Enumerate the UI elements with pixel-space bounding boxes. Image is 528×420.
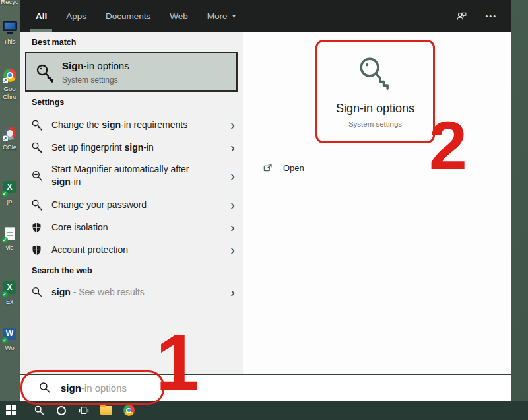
tab-web[interactable]: Web	[164, 0, 193, 32]
preview-subtitle: System settings	[315, 120, 435, 128]
task-view-icon	[78, 405, 90, 417]
desktop-icon-word-wo[interactable]: W ✓ Wo	[0, 328, 19, 352]
search-icon	[34, 405, 45, 416]
windows-logo-icon	[6, 405, 16, 416]
windows-desktop: Recyc This ↗ Goo Chro ↗ CCle X ✓ jo ✓ vi…	[0, 0, 528, 420]
document-file-icon: ✓	[3, 227, 17, 242]
desktop-icon-label: Wo	[0, 344, 19, 352]
search-icon	[38, 381, 51, 397]
chevron-right-icon[interactable]: ›	[230, 169, 235, 182]
settings-item-label: Start Magnifier automatically after sign…	[51, 163, 209, 188]
sync-check-icon: ✓	[2, 337, 8, 343]
shield-icon	[31, 222, 46, 233]
chevron-right-icon[interactable]: ›	[230, 198, 235, 211]
key-icon	[31, 141, 46, 154]
settings-item-sign-in-requirements[interactable]: Change the sign-in requirements ›	[20, 114, 243, 136]
desktop-icon-label: vic	[0, 244, 19, 252]
desktop-icon-label: CCle	[0, 143, 19, 151]
settings-item-core-isolation[interactable]: Core isolation ›	[20, 216, 243, 238]
tab-all[interactable]: All	[30, 0, 52, 32]
desktop-icon-label: This	[0, 38, 19, 46]
desktop-icon-label: jo	[0, 197, 19, 205]
shortcut-arrow-icon: ↗	[3, 78, 8, 83]
file-explorer-button[interactable]	[95, 401, 117, 420]
sync-check-icon: ✓	[2, 237, 8, 243]
feedback-user-icon[interactable]	[455, 10, 468, 22]
search-web-header: Search the web	[32, 266, 92, 275]
open-external-icon	[263, 162, 273, 173]
tab-documents[interactable]: Documents	[100, 0, 156, 32]
settings-item-label: Core isolation	[51, 221, 209, 234]
taskbar-search-button[interactable]	[28, 401, 50, 420]
settings-item-label: Set up fingerprint sign-in	[51, 141, 209, 154]
chevron-right-icon[interactable]: ›	[230, 221, 235, 234]
file-explorer-icon	[100, 406, 112, 415]
cortana-icon	[57, 406, 66, 415]
search-filter-tabs: All Apps Documents Web More ▼	[30, 0, 242, 32]
search-flyout-header: All Apps Documents Web More ▼ •••	[20, 0, 512, 32]
key-icon	[35, 63, 56, 87]
chrome-icon: ↗	[3, 69, 17, 83]
desktop-icon-document-vic[interactable]: ✓ vic	[0, 227, 19, 252]
key-icon	[31, 199, 46, 211]
desktop-icon-label: Ex	[0, 298, 19, 306]
web-search-result[interactable]: sign - See web results ›	[20, 281, 243, 303]
desktop-icon-recycle-bin[interactable]: Recyc	[0, 0, 19, 6]
desktop-icon-google-chrome[interactable]: ↗ Goo Chro	[0, 69, 19, 101]
settings-item-magnifier[interactable]: Start Magnifier automatically after sign…	[20, 158, 243, 193]
chevron-right-icon[interactable]: ›	[230, 243, 235, 256]
search-icon	[31, 286, 46, 298]
best-match-header: Best match	[32, 38, 76, 47]
task-view-button[interactable]	[73, 401, 95, 420]
cortana-button[interactable]	[50, 401, 73, 420]
divider	[254, 151, 498, 151]
desktop-icon-label: Chro	[0, 93, 19, 101]
more-options-icon[interactable]: •••	[485, 12, 497, 20]
settings-item-label: Change your password	[51, 199, 209, 211]
chevron-right-icon[interactable]: ›	[230, 118, 235, 131]
settings-item-fingerprint[interactable]: Set up fingerprint sign-in ›	[20, 136, 243, 158]
desktop-icon-ccleaner[interactable]: ↗ CCle	[0, 127, 19, 151]
tab-more[interactable]: More ▼	[202, 0, 242, 32]
search-query-text: sign-in options	[61, 382, 127, 394]
ccleaner-icon: ↗	[3, 127, 17, 141]
settings-item-change-password[interactable]: Change your password ›	[20, 193, 243, 216]
preview-panel: Sign-in options System settings Open	[243, 32, 512, 375]
chevron-right-icon[interactable]: ›	[230, 285, 235, 298]
magnifier-plus-icon	[31, 170, 46, 182]
search-input[interactable]: sign-in options	[20, 374, 512, 401]
sync-check-icon: ✓	[2, 191, 8, 197]
chrome-icon	[123, 405, 135, 416]
shortcut-arrow-icon: ↗	[3, 136, 8, 141]
best-match-title: Sign-in options	[62, 60, 129, 71]
open-action-label: Open	[283, 163, 304, 173]
word-file-icon: W ✓	[3, 328, 17, 342]
chevron-down-icon: ▼	[232, 13, 237, 19]
web-search-label: sign - See web results	[51, 286, 209, 298]
open-action[interactable]: Open	[263, 162, 304, 173]
desktop-icon-excel-ex[interactable]: X ✓ Ex	[0, 281, 19, 306]
settings-header: Settings	[32, 98, 64, 107]
this-pc-icon	[3, 21, 17, 36]
settings-item-label: Account protection	[51, 244, 209, 256]
search-results-panel: Best match Sign-in options System settin…	[20, 32, 243, 375]
best-match-result[interactable]: Sign-in options System settings	[25, 52, 238, 92]
chevron-right-icon[interactable]: ›	[230, 141, 235, 154]
preview-title: Sign-in options	[315, 102, 435, 116]
settings-item-account-protection[interactable]: Account protection ›	[20, 238, 243, 261]
desktop-icon-label: Goo	[0, 85, 19, 93]
start-button[interactable]	[0, 401, 22, 420]
desktop-icon-excel-jo[interactable]: X ✓ jo	[0, 181, 19, 205]
shield-icon	[31, 244, 46, 256]
tab-apps[interactable]: Apps	[61, 0, 92, 32]
key-icon	[315, 54, 435, 95]
excel-file-icon: X ✓	[3, 281, 17, 296]
key-icon	[31, 119, 46, 131]
best-match-subtitle: System settings	[62, 75, 118, 85]
preview-tile[interactable]: Sign-in options System settings	[315, 40, 435, 143]
sync-check-icon: ✓	[2, 291, 8, 297]
desktop-icon-this-pc[interactable]: This	[0, 21, 19, 46]
taskbar	[0, 401, 528, 420]
desktop-icon-label: Recyc	[0, 0, 19, 6]
chrome-taskbar-button[interactable]	[117, 401, 140, 420]
